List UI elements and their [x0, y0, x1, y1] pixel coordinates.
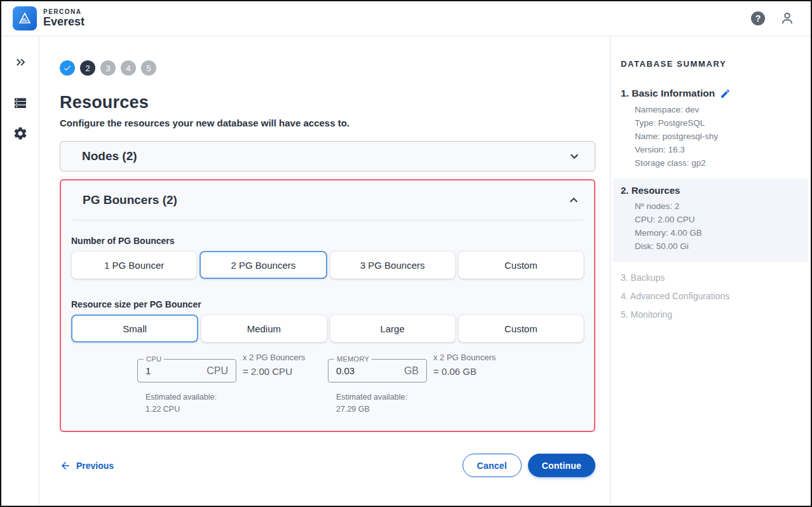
everest-logo-icon [13, 6, 37, 30]
memory-input-group: MEMORY GB Estimated available: 27.29 GB … [328, 359, 518, 416]
pg-bouncer-count-group: 1 PG Bouncer 2 PG Bouncers 3 PG Bouncers… [71, 251, 584, 279]
app-window: PERCONA Everest ? [0, 0, 812, 507]
size-option-large[interactable]: Large [330, 314, 456, 342]
expand-sidebar-icon[interactable] [10, 51, 31, 73]
resources-items: Nº nodes: 2 CPU: 2.00 CPU Memory: 4.00 G… [621, 199, 801, 253]
cpu-estimate-caption: Estimated available: [145, 391, 236, 403]
memory-estimate: Estimated available: 27.29 GB [328, 391, 427, 416]
page-subtitle: Configure the resources your new databas… [60, 118, 595, 128]
count-option-2-selected[interactable]: 2 PG Bouncers [200, 251, 327, 279]
basic-info-items: Namespace: dev Type: PostgreSQL Name: po… [621, 103, 801, 170]
arrow-left-icon [60, 460, 71, 471]
summary-item-name: Name: postgresql-shy [635, 130, 801, 143]
nodes-accordion-title: Nodes (2) [82, 149, 137, 163]
footer-actions: Cancel Continue [463, 454, 595, 477]
pg-bouncer-count-label: Number of PG Bouncers [71, 236, 584, 246]
continue-button[interactable]: Continue [528, 454, 595, 477]
summary-item-memory: Memory: 4.00 GB [635, 226, 801, 240]
cpu-input-label: CPU [144, 355, 164, 363]
memory-multiplier: x 2 PG Bouncers [433, 353, 496, 362]
pg-bouncers-section: PG Bouncers (2) Number of PG Bouncers 1 … [60, 179, 595, 432]
summary-section-monitoring: 5. Monitoring [621, 308, 801, 321]
account-icon[interactable] [779, 10, 795, 27]
step-4[interactable]: 4 [121, 60, 136, 76]
brand-everest: Everest [43, 16, 85, 28]
basic-info-heading: 1. Basic Information [621, 88, 715, 99]
cpu-total: = 2.00 CPU [243, 366, 305, 377]
resource-inputs-row: CPU CPU Estimated available: 1.22 CPU x … [71, 359, 584, 416]
size-option-small-selected[interactable]: Small [71, 314, 198, 342]
chevron-up-icon [566, 193, 581, 208]
memory-total: = 0.06 GB [433, 366, 496, 377]
cpu-multiplier: x 2 PG Bouncers [243, 353, 305, 362]
brand-logo-block[interactable]: PERCONA Everest [13, 6, 85, 30]
brand-text: PERCONA Everest [43, 9, 85, 27]
memory-estimate-caption: Estimated available: [336, 391, 427, 403]
count-option-3[interactable]: 3 PG Bouncers [330, 251, 456, 279]
cpu-calc: x 2 PG Bouncers = 2.00 CPU [243, 353, 305, 377]
pg-bouncers-title: PG Bouncers (2) [83, 193, 177, 207]
cpu-input-group: CPU CPU Estimated available: 1.22 CPU x … [137, 359, 328, 416]
summary-resources-highlighted: 2. Resources Nº nodes: 2 CPU: 2.00 CPU M… [613, 179, 808, 262]
wizard-main: 2 3 4 5 Resources Configure the resource… [39, 36, 610, 506]
summary-section-advanced-configurations: 4. Advanced Configurations [621, 289, 801, 303]
database-summary-panel: DATABASE SUMMARY 1. Basic Information Na… [610, 36, 811, 506]
summary-basic-information: 1. Basic Information Namespace: dev Type… [621, 88, 801, 170]
previous-label: Previous [76, 461, 114, 471]
left-nav-rail [1, 36, 39, 506]
previous-button[interactable]: Previous [60, 460, 114, 471]
step-1-completed[interactable] [60, 60, 75, 76]
databases-nav-icon[interactable] [10, 92, 31, 114]
cpu-input-box: CPU CPU [137, 359, 236, 382]
count-option-custom[interactable]: Custom [458, 251, 584, 279]
step-5[interactable]: 5 [141, 60, 156, 76]
resource-size-group: Small Medium Large Custom [71, 314, 584, 342]
summary-item-cpu: CPU: 2.00 CPU [635, 213, 801, 226]
summary-disabled-sections: 3. Backups 4. Advanced Configurations 5.… [621, 271, 801, 321]
chevron-down-icon [567, 149, 582, 164]
nodes-accordion-header[interactable]: Nodes (2) [60, 141, 595, 172]
summary-item-nodes: Nº nodes: 2 [635, 199, 801, 213]
help-icon[interactable]: ? [751, 11, 765, 25]
summary-item-version: Version: 16.3 [635, 143, 801, 156]
check-icon [63, 64, 72, 72]
memory-unit-suffix: GB [404, 365, 419, 377]
top-header: PERCONA Everest ? [1, 1, 811, 36]
cpu-unit-suffix: CPU [206, 365, 228, 377]
resource-size-label: Resource size per PG Bouncer [71, 299, 584, 309]
pg-bouncers-accordion-header[interactable]: PG Bouncers (2) [71, 180, 584, 220]
cpu-input[interactable] [145, 365, 196, 376]
resources-heading: 2. Resources [621, 185, 680, 196]
summary-section-backups: 3. Backups [621, 271, 801, 285]
section-divider [72, 220, 583, 220]
summary-item-namespace: Namespace: dev [635, 103, 801, 116]
step-3[interactable]: 3 [100, 60, 116, 76]
memory-calc: x 2 PG Bouncers = 0.06 GB [433, 353, 496, 377]
summary-item-disk: Disk: 50.00 Gi [635, 240, 801, 253]
wizard-stepper: 2 3 4 5 [60, 60, 595, 76]
wizard-footer: Previous Cancel Continue [60, 454, 595, 477]
cpu-estimate: Estimated available: 1.22 CPU [137, 391, 236, 416]
step-2-active[interactable]: 2 [80, 60, 95, 76]
pencil-edit-icon[interactable] [720, 88, 731, 99]
cancel-button[interactable]: Cancel [463, 454, 522, 477]
memory-input-box: MEMORY GB [328, 359, 427, 382]
topbar-actions: ? [751, 10, 795, 27]
memory-estimate-value: 27.29 GB [336, 403, 427, 416]
memory-input[interactable] [336, 365, 387, 376]
memory-input-label: MEMORY [334, 355, 372, 363]
size-option-medium[interactable]: Medium [201, 314, 327, 342]
cpu-estimate-value: 1.22 CPU [145, 403, 236, 416]
summary-item-storage-class: Storage class: gp2 [635, 156, 801, 170]
summary-item-type: Type: PostgreSQL [635, 116, 801, 130]
size-option-custom[interactable]: Custom [458, 314, 584, 342]
count-option-1[interactable]: 1 PG Bouncer [71, 251, 197, 279]
page-title: Resources [60, 93, 595, 112]
summary-title: DATABASE SUMMARY [621, 59, 801, 69]
settings-gear-icon[interactable] [10, 123, 31, 144]
